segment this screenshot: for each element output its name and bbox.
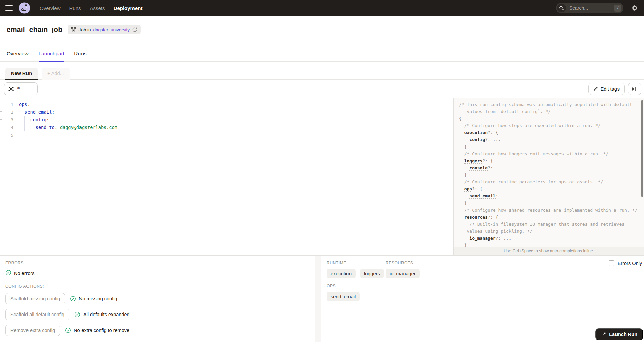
code-text: ops: [19, 102, 30, 107]
indent-guide [24, 124, 25, 131]
nav-item-overview[interactable]: Overview [40, 5, 61, 11]
section-resources: RESOURCESio_manager [386, 261, 639, 278]
status-text: No extra config to remove [74, 328, 129, 333]
remove-extra-config-button[interactable]: Remove extra config [5, 325, 60, 336]
tab-new-run[interactable]: New Run [5, 68, 38, 80]
tag-io-manager[interactable]: io_manager [386, 269, 420, 278]
tab-launchpad[interactable]: Launchpad [39, 51, 64, 62]
op-selector-icon [8, 86, 14, 92]
check-circle-icon [65, 327, 71, 333]
editor-line: 2 send_email: [0, 108, 453, 116]
tag-row: send_email [327, 292, 639, 301]
scaffold-all-default-config-button[interactable]: Scaffold all default config [5, 309, 69, 320]
schema-line: /* Configure how steps are executed with… [459, 122, 644, 129]
gear-icon[interactable] [631, 5, 638, 11]
editor-line: 5 [0, 131, 453, 139]
schema-lines: /* This run config schema was automatica… [459, 101, 644, 249]
errors-section-label: ERRORS [5, 261, 310, 265]
edit-tags-label: Edit tags [601, 86, 620, 92]
config-action-row: Scaffold missing configNo missing config [5, 293, 310, 304]
status-text: No missing config [79, 296, 117, 301]
schema-line: /* This run config schema was automatica… [459, 101, 644, 108]
section-label: RUNTIME [327, 261, 386, 265]
dagster-logo-icon[interactable] [19, 2, 30, 14]
check-circle-icon [5, 270, 11, 277]
config-action-row: Remove extra configNo extra config to re… [5, 325, 310, 336]
schema-line: } [459, 171, 644, 178]
schema-line: send_email: ... [459, 192, 644, 199]
code-location-link[interactable]: dagster_university [93, 27, 130, 32]
launch-icon [601, 332, 606, 337]
schema-line: values using pickling. */ [459, 228, 644, 235]
schema-line: config?: ... [459, 136, 644, 143]
schema-line: /* Configure how loggers emit messages w… [459, 150, 644, 157]
code-text: send_email: [19, 109, 55, 115]
launch-run-button[interactable]: Launch Run [595, 328, 643, 340]
op-selection-input[interactable]: * [4, 82, 38, 95]
toggle-second-pane-button[interactable] [628, 83, 641, 95]
launch-run-label: Launch Run [609, 332, 637, 337]
check-circle-icon [74, 311, 80, 318]
config-action-row: Scaffold all default configAll defaults … [5, 309, 310, 320]
tag-loggers[interactable]: loggers [360, 269, 384, 278]
scaffold-missing-config-button[interactable]: Scaffold missing config [5, 293, 65, 304]
config-action-status: No extra config to remove [65, 327, 129, 333]
errors-status-row: No errors [5, 270, 310, 277]
check-circle-icon [70, 296, 76, 302]
schema-line: resources?: { [459, 214, 644, 221]
indent-guide [19, 116, 19, 124]
indent-guide [19, 124, 19, 131]
search-box[interactable]: / [556, 3, 623, 13]
tag-row: executionloggers [327, 269, 386, 278]
editor-line: 3 config: [0, 116, 453, 124]
autocomplete-hint: Use Ctrl+Space to show auto-completions … [454, 247, 644, 255]
schema-scrollbar[interactable] [641, 100, 643, 197]
nav-item-deployment[interactable]: Deployment [114, 5, 143, 11]
job-badge-prefix: Job in [78, 27, 91, 32]
split-pane-icon [632, 86, 638, 92]
config-action-rows: Scaffold missing configNo missing config… [5, 293, 310, 336]
schema-line: loggers?: { [459, 157, 644, 164]
line-number: 2 [0, 108, 13, 116]
schema-line: } [459, 199, 644, 207]
errors-only-checkbox[interactable] [609, 260, 614, 266]
op-selection-value: * [17, 86, 20, 92]
launchpad-toolbar: * Edit tags [0, 80, 644, 98]
reload-icon[interactable] [132, 27, 137, 32]
line-number: 4 [0, 124, 13, 131]
tag-execution[interactable]: execution [327, 269, 356, 278]
tag-sections: RUNTIMEexecutionloggersRESOURCESio_manag… [327, 261, 639, 301]
pencil-icon [593, 87, 598, 91]
bottom-panel-divider[interactable] [315, 256, 321, 342]
schema-line: { [459, 115, 644, 122]
tab-overview[interactable]: Overview [7, 51, 29, 62]
config-split-view: 1ops:2 send_email:3 config:4 send_to: da… [0, 98, 644, 255]
edit-tags-button[interactable]: Edit tags [588, 83, 625, 95]
nav-item-assets[interactable]: Assets [90, 5, 105, 11]
section-label: RESOURCES [386, 261, 639, 265]
hamburger-menu-icon[interactable] [5, 5, 13, 11]
primary-nav: OverviewRunsAssetsDeployment [40, 5, 142, 11]
tag-send-email[interactable]: send_email [327, 292, 360, 301]
config-schema-panel: /* This run config schema was automatica… [453, 98, 644, 255]
config-editor[interactable]: 1ops:2 send_email:3 config:4 send_to: da… [0, 98, 453, 255]
add-tab-button[interactable]: + Add... [42, 68, 70, 80]
job-graph-icon [71, 27, 76, 32]
launchpad-tab-strip: New Run + Add... [0, 62, 644, 80]
schema-line: io_manager?: ... [459, 235, 644, 242]
errors-only-control: Errors Only [609, 260, 642, 266]
code-text: config: [19, 117, 49, 122]
schema-line: ops?: { [459, 185, 644, 192]
config-action-status: No missing config [70, 296, 117, 302]
indent-guide [24, 116, 25, 124]
status-text: All defaults expanded [83, 312, 130, 317]
errors-only-label: Errors Only [618, 261, 642, 266]
config-action-status: All defaults expanded [74, 311, 130, 318]
nav-item-runs[interactable]: Runs [69, 5, 81, 11]
search-input[interactable] [569, 5, 614, 11]
tab-runs[interactable]: Runs [74, 51, 86, 62]
schema-line: console?: ... [459, 164, 644, 171]
search-shortcut-key: / [614, 5, 621, 12]
page-title: email_chain_job [7, 25, 62, 34]
errors-status-text: No errors [14, 271, 34, 276]
